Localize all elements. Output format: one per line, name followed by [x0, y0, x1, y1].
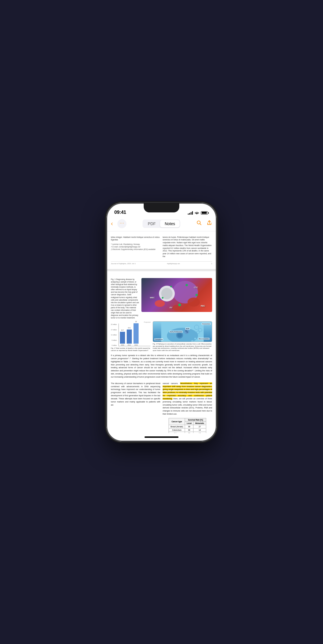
fig3-exosomes-label: Exosomes	[202, 323, 211, 325]
table-header-metastatic: Metastatic	[193, 422, 206, 425]
y-label-4: 17 million	[111, 329, 117, 331]
home-bar	[145, 436, 178, 438]
footnote-2: † E-mail: contact@highlightsapp.net	[111, 245, 160, 248]
footnote-1: * Laminar Lab, Randaberg, Norway.	[111, 243, 160, 245]
status-icons	[188, 211, 209, 215]
svg-point-10	[186, 284, 188, 286]
tab-notes[interactable]: Notes	[160, 220, 180, 227]
fig3-microvesicles-label: Microvesicles	[198, 338, 210, 340]
phone-frame: 09:41	[106, 203, 217, 441]
fig1-rbc-label: RBC	[201, 305, 205, 307]
table-row-kidney: Kidney 93 12	[169, 432, 206, 433]
more-icon: ···	[120, 221, 124, 225]
fig1-caption: Fig. 1 Diagnosing disease by analyzing a…	[111, 278, 139, 319]
bar-2008: 12.7 2008	[120, 332, 125, 346]
home-indicator	[106, 433, 217, 441]
table-header-survival: Survival Rate [%]	[185, 418, 206, 422]
y-label-5: 22 million	[111, 324, 117, 325]
back-button[interactable]: ‹	[111, 221, 113, 227]
y-label-3: 11 million	[111, 334, 117, 336]
bar-2008-value: 12.7	[120, 329, 125, 331]
page1-footnotes: * Laminar Lab, Randaberg, Norway. † E-ma…	[111, 243, 160, 251]
svg-point-0	[197, 214, 197, 214]
bar-2030: 22 2030	[133, 323, 139, 346]
svg-point-12	[195, 294, 198, 296]
main-text-para1: If a primary tumor spreads to a distant …	[111, 354, 212, 379]
signal-icon	[188, 211, 193, 215]
page-num-1: 1	[211, 263, 212, 264]
chart-fig3-section: Projected 22 million 17 million 11 milli…	[111, 321, 212, 352]
svg-point-13	[162, 297, 163, 299]
highlighted-text: Nevertheless, they represent an importan…	[163, 382, 212, 400]
bar-chart-container: Projected 22 million 17 million 11 milli…	[111, 321, 150, 352]
table-header-local: Local	[185, 422, 193, 425]
journal-name-1: Journal of Highlights, 2020, Vol 1	[111, 263, 136, 264]
nav-left: ‹ ···	[111, 219, 126, 228]
bar-2030-value: 22	[133, 321, 139, 322]
table-header-cancer: Cancer type	[169, 418, 185, 425]
pdf-page-2: Fig. 1 Diagnosing disease by analyzing a…	[106, 271, 217, 433]
svg-line-2	[200, 223, 201, 225]
tab-pdf[interactable]: PDF	[143, 220, 160, 227]
two-column-section: The discovery of cancer biomarkers in pe…	[111, 380, 212, 433]
website-1: highlightsapp.net	[167, 263, 180, 264]
fig3-mvb-label: MVB	[185, 328, 190, 330]
fig3-cytoplasm-label: Cytoplasm	[154, 338, 163, 341]
battery-icon	[201, 211, 209, 215]
table-row-breast: Breast (female) 99 27	[169, 425, 206, 428]
nav-right	[196, 220, 212, 227]
fig1-ev-label: EV	[170, 307, 172, 309]
y-label-2: 6 million	[111, 339, 117, 341]
pdf-content[interactable]: tellus integer. Habitant morbi tristique…	[106, 231, 217, 433]
page1-right-text: lames de turpis. Pellentesque habitant m…	[163, 236, 212, 258]
svg-point-9	[178, 303, 181, 306]
fig3-endosome-label: Early Endosome	[169, 331, 183, 333]
svg-point-7	[155, 300, 165, 307]
footnote-3: ‡ Electronic Supplementary Information (…	[111, 248, 160, 251]
fig1-ctc-label: CTC	[194, 287, 198, 288]
projected-label: Projected	[111, 321, 150, 323]
fig3-overlay-labels: Exosomes MVB Early Endosome Microvesicle…	[153, 322, 212, 341]
survival-table: Cancer type Survival Rate [%] Local Meta…	[169, 418, 206, 433]
wifi-icon	[195, 211, 199, 215]
figure-3-section: Exosomes MVB Early Endosome Microvesicle…	[153, 321, 212, 352]
nav-bar: ‹ ··· PDF Notes	[106, 217, 217, 231]
bar-2012: 14.1 2012	[127, 329, 132, 346]
fig1-image: CTC WBC RBC EV	[141, 278, 212, 312]
main-text-para3: Here, we will provide an overview of thr…	[163, 398, 212, 415]
table-row-colorectum: Colorectum 90 14	[169, 428, 206, 432]
fig3-image: Exosomes MVB Early Endosome Microvesicle…	[153, 321, 212, 342]
main-text-para2: The discovery of cancer biomarkers in pe…	[111, 382, 160, 407]
svg-point-11	[170, 286, 172, 287]
phone-notch	[144, 203, 179, 212]
status-time: 09:41	[114, 210, 126, 215]
figure-1-section: Fig. 1 Diagnosing disease by analyzing a…	[111, 278, 212, 319]
share-button[interactable]	[206, 220, 212, 227]
main-text-para2-continued: vanced cancers. Nevertheless, they repre…	[163, 382, 212, 416]
page1-left-text: tellus integer. Habitant morbi tristique…	[111, 236, 160, 242]
fig1-wbc-label: WBC	[150, 297, 155, 299]
fig2-caption: Fig. 2 Total number of deaths in the wor…	[111, 347, 150, 352]
svg-point-6	[188, 298, 200, 307]
fig3-caption: Fig. 3 Pathways to secretion of extracel…	[153, 343, 212, 352]
page1-footer: Journal of Highlights, 2020, Vol 1 highl…	[111, 261, 212, 264]
y-label-1: 0 million	[111, 344, 117, 346]
bar-2012-year: 2012	[128, 344, 131, 346]
bar-2008-year: 2008	[121, 344, 124, 346]
pdf-page-1: tellus integer. Habitant morbi tristique…	[106, 231, 217, 269]
more-button[interactable]: ···	[117, 219, 126, 228]
view-tabs: PDF Notes	[143, 219, 180, 228]
bar-2012-value: 14.1	[127, 327, 132, 329]
search-button[interactable]	[196, 220, 202, 227]
bar-2030-year: 2030	[134, 344, 138, 346]
